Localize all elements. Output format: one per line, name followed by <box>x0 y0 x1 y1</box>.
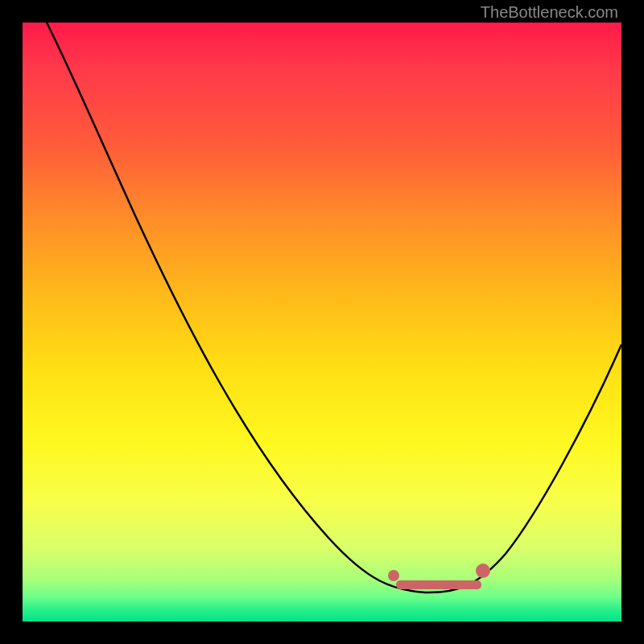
curve-path <box>47 23 621 592</box>
watermark-text: TheBottleneck.com <box>481 3 618 22</box>
bottleneck-curve <box>23 23 621 621</box>
highlight-end-dot <box>476 564 490 578</box>
highlight-range-bar <box>396 580 481 589</box>
chart-plot-area <box>23 23 621 621</box>
highlight-start-dot <box>388 570 399 581</box>
